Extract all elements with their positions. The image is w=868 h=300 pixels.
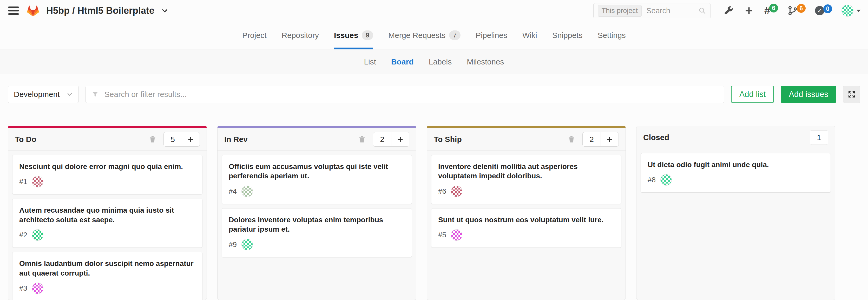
- issue-card[interactable]: Ut dicta odio fugit animi unde quia. #8: [641, 153, 831, 192]
- filter-bar: Development Add list Add issues: [0, 74, 868, 114]
- new-issue-button[interactable]: [391, 132, 409, 146]
- assignee-avatar: [32, 282, 43, 294]
- board-filter-search[interactable]: [86, 86, 724, 103]
- issues-counter-button[interactable]: # 6: [764, 5, 770, 16]
- navbar-left: H5bp / Html5 Boilerplate: [7, 4, 168, 17]
- plus-icon: [606, 136, 613, 143]
- tab-snippets[interactable]: Snippets: [552, 21, 583, 49]
- card-list: Officiis eum accusamus voluptas qui iste…: [218, 151, 416, 300]
- column-title: To Ship: [434, 135, 561, 144]
- issue-card[interactable]: Nesciunt qui dolore error magni quo quia…: [12, 155, 203, 194]
- merge-requests-count-badge: 6: [797, 4, 806, 13]
- user-avatar: [841, 5, 854, 17]
- search-scope-chip: This project: [598, 5, 642, 17]
- search-placeholder: Search: [646, 6, 693, 15]
- board-column-in-rev: In Rev 2 Officiis eum accusamus voluptas…: [217, 126, 416, 300]
- merge-request-branch-icon: [787, 5, 798, 16]
- column-count-group: 1: [810, 130, 828, 145]
- chevron-down-icon: [66, 91, 73, 97]
- project-nav: Project Repository Issues 9 Merge Reques…: [0, 21, 868, 50]
- column-count-group: 5: [163, 132, 200, 147]
- issue-count: 5: [164, 132, 182, 146]
- merge-requests-counter-button[interactable]: 6: [787, 5, 798, 16]
- global-search-input[interactable]: This project Search: [593, 3, 711, 18]
- assignee-avatar: [241, 186, 253, 197]
- issues-subnav: List Board Labels Milestones: [0, 50, 868, 74]
- delete-list-button[interactable]: [566, 134, 577, 145]
- project-breadcrumb[interactable]: H5bp / Html5 Boilerplate: [46, 5, 154, 16]
- column-title: In Rev: [224, 135, 351, 144]
- issue-count: 2: [583, 132, 600, 146]
- issue-card[interactable]: Autem recusandae quo minima quia iusto s…: [12, 199, 203, 248]
- subnav-board[interactable]: Board: [391, 57, 414, 66]
- tab-settings[interactable]: Settings: [597, 21, 625, 49]
- gitlab-logo[interactable]: [27, 4, 39, 17]
- hamburger-menu-button[interactable]: [7, 4, 20, 17]
- tab-merge-requests[interactable]: Merge Requests 7: [388, 21, 461, 49]
- add-list-button[interactable]: Add list: [731, 86, 774, 103]
- card-list: Ut dicta odio fugit animi unde quia. #8: [637, 149, 835, 300]
- new-issue-button[interactable]: [600, 132, 619, 146]
- trash-icon: [148, 135, 157, 144]
- new-issue-button[interactable]: [182, 132, 199, 146]
- issue-card[interactable]: Sunt ut quos nostrum eos voluptatum veli…: [431, 208, 621, 248]
- plus-icon: [397, 136, 404, 143]
- issue-card[interactable]: Omnis laudantium dolor suscipit nemo asp…: [12, 252, 203, 300]
- column-title: Closed: [643, 133, 804, 142]
- board-column-to-ship: To Ship 2 Inventore deleniti mollitia au…: [427, 126, 626, 300]
- card-list: Inventore deleniti mollitia aut asperior…: [427, 151, 625, 300]
- issue-id: #3: [19, 284, 27, 293]
- column-title: To Do: [15, 135, 142, 144]
- tab-wiki[interactable]: Wiki: [522, 21, 537, 49]
- board-selector-dropdown[interactable]: Development: [8, 86, 79, 103]
- card-list: Nesciunt qui dolore error magni quo quia…: [8, 151, 207, 300]
- navbar-right: This project Search # 6 6 ✓ 0: [593, 3, 861, 18]
- tab-project[interactable]: Project: [242, 21, 267, 49]
- todos-counter-button[interactable]: ✓ 0: [815, 6, 824, 16]
- delete-list-button[interactable]: [147, 134, 158, 145]
- issue-count: 1: [810, 130, 828, 145]
- column-header: To Ship 2: [427, 128, 625, 151]
- chevron-down-icon: [857, 10, 861, 12]
- assignee-avatar: [241, 239, 253, 250]
- chevron-down-icon: [161, 7, 168, 14]
- issue-card[interactable]: Dolores inventore voluptas enim temporib…: [222, 208, 412, 258]
- admin-wrench-button[interactable]: [724, 6, 734, 16]
- column-count-group: 2: [582, 132, 619, 147]
- filter-search-input[interactable]: [104, 90, 718, 99]
- issue-count: 2: [373, 132, 391, 146]
- expand-icon: [847, 90, 856, 99]
- issues-count-badge: 6: [769, 4, 778, 12]
- issue-id: #4: [229, 187, 237, 196]
- issue-id: #2: [19, 231, 27, 239]
- issue-id: #6: [438, 187, 446, 196]
- add-issues-button[interactable]: Add issues: [781, 86, 836, 103]
- issues-count-pill: 9: [362, 30, 373, 40]
- subnav-labels[interactable]: Labels: [429, 57, 452, 66]
- top-navbar: H5bp / Html5 Boilerplate This project Se…: [0, 0, 868, 21]
- assignee-avatar: [451, 186, 462, 197]
- issue-board: To Do 5 Nesciunt qui dolore error magni …: [0, 114, 868, 300]
- issue-card[interactable]: Officiis eum accusamus voluptas qui iste…: [222, 155, 412, 204]
- todo-check-icon: ✓: [815, 6, 824, 16]
- assignee-avatar: [451, 229, 462, 241]
- tab-pipelines[interactable]: Pipelines: [475, 21, 507, 49]
- issue-id: #1: [19, 178, 27, 186]
- tab-issues[interactable]: Issues 9: [334, 21, 373, 49]
- issue-id: #5: [438, 231, 446, 239]
- assignee-avatar: [660, 174, 672, 186]
- trash-icon: [358, 135, 366, 144]
- issue-card[interactable]: Inventore deleniti mollitia aut asperior…: [431, 155, 621, 204]
- fullscreen-button[interactable]: [843, 86, 860, 103]
- user-menu-button[interactable]: [841, 5, 861, 17]
- tab-repository[interactable]: Repository: [282, 21, 319, 49]
- search-icon: [698, 6, 706, 15]
- subnav-milestones[interactable]: Milestones: [467, 57, 504, 66]
- subnav-list[interactable]: List: [364, 57, 376, 66]
- new-plus-button[interactable]: [744, 6, 754, 16]
- delete-list-button[interactable]: [357, 134, 367, 145]
- column-header: In Rev 2: [218, 128, 416, 151]
- board-column-closed: Closed 1 Ut dicta odio fugit animi unde …: [636, 126, 835, 300]
- plus-icon: [187, 136, 194, 143]
- assignee-avatar: [32, 229, 43, 241]
